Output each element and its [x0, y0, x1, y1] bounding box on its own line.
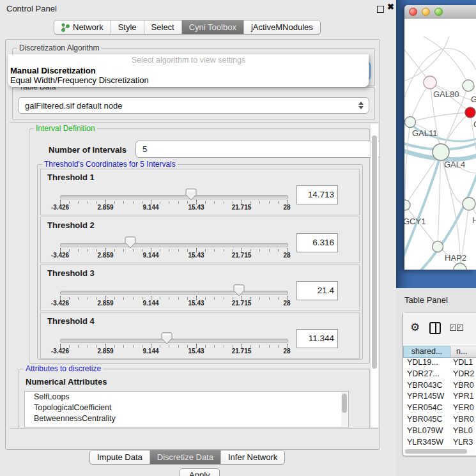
tick-label: 15.43	[188, 300, 204, 307]
column-header-shared-name[interactable]: shared...	[403, 346, 450, 358]
cell-shared-name[interactable]: YDL19...	[403, 358, 449, 369]
cell-name[interactable]: YER0	[449, 403, 476, 415]
thresholds-group: Threshold's Coordinates for 5 Intervals …	[37, 164, 363, 360]
column-header-name[interactable]: n...	[450, 346, 476, 358]
bottom-tab-impute-data[interactable]: Impute Data	[90, 450, 150, 464]
table-row[interactable]: YBR045CYBR0	[403, 415, 476, 426]
bottom-tab-infer-network[interactable]: Infer Network	[220, 450, 284, 464]
table-panel: Table Panel ⚙ ✓ ✓ shared... n... YDL19..…	[396, 288, 476, 476]
network-node-hap2[interactable]	[433, 242, 443, 252]
minimize-traffic-light-icon[interactable]	[422, 8, 430, 16]
zoom-traffic-light-icon[interactable]	[434, 8, 443, 16]
apply-button[interactable]: Apply	[180, 468, 220, 476]
tab-label: Select	[151, 22, 174, 32]
table-row[interactable]: YPR145WYPR1	[403, 392, 476, 403]
table-row[interactable]: YBR043CYBR0	[403, 381, 476, 392]
threshold-1-slider-track[interactable]	[60, 195, 288, 199]
number-of-intervals-combobox[interactable]: 5	[135, 141, 379, 158]
cell-name[interactable]: YDL1	[449, 358, 476, 369]
cell-shared-name[interactable]: YLR345W	[403, 438, 449, 449]
tick-label: -3.426	[51, 300, 69, 307]
tab-jactivemnodules[interactable]: jActiveMNodules	[243, 20, 320, 34]
tick-label: 28	[283, 252, 290, 259]
list-vertical-scrollbar[interactable]	[341, 392, 348, 426]
threshold-label: Threshold 3	[47, 268, 95, 278]
table-data-combobox-value: galFiltered.sif default node	[19, 101, 356, 111]
tab-label: Style	[118, 22, 137, 32]
column-manager-icon[interactable]	[429, 322, 441, 334]
attribute-item-topologicalcoefficient[interactable]: TopologicalCoefficient	[25, 403, 348, 413]
network-node-c[interactable]	[465, 107, 475, 118]
cell-shared-name[interactable]: YDR27...	[403, 369, 449, 381]
tick-label: 15.43	[188, 204, 204, 211]
gear-icon[interactable]: ⚙	[410, 321, 420, 334]
node-label: GAL	[471, 95, 476, 104]
network-node-gal4[interactable]	[433, 144, 449, 160]
bottom-tab-discretize-data[interactable]: Discretize Data	[150, 450, 220, 464]
table-row[interactable]: YER054CYER0	[403, 403, 476, 415]
threshold-4-slider-track[interactable]	[60, 339, 288, 343]
threshold-2-slider-track[interactable]	[60, 243, 288, 247]
number-of-intervals-label: Number of Intervals	[49, 145, 127, 155]
float-window-icon[interactable]	[377, 6, 384, 13]
cell-name[interactable]: YBR0	[449, 381, 476, 392]
network-node-gal80[interactable]	[424, 76, 436, 89]
cell-name[interactable]: YBL0	[449, 426, 476, 438]
table-header-row: shared... n...	[403, 346, 476, 358]
application: Control Panel ✖ NetworkStyleSelectCyni T…	[0, 0, 476, 476]
cell-shared-name[interactable]: YPR145W	[403, 392, 449, 403]
tab-cyni-toolbox[interactable]: Cyni Toolbox	[181, 20, 243, 34]
tab-select[interactable]: Select	[144, 20, 181, 34]
table-row[interactable]: YBL079WYBL0	[403, 426, 476, 438]
table-row[interactable]: YDR27...YDR2	[403, 369, 476, 381]
table-horizontal-scrollbar[interactable]	[404, 449, 475, 454]
interval-definition-group-title: Interval Definition	[34, 124, 97, 133]
numerical-attributes-list[interactable]: SelfLoopsTopologicalCoefficientBetweenne…	[24, 391, 349, 427]
network-window-titlebar[interactable]	[404, 5, 476, 19]
cell-shared-name[interactable]: YBL079W	[403, 426, 449, 438]
tab-style[interactable]: Style	[111, 20, 144, 34]
node-label: GAL11	[412, 128, 438, 138]
dropdown-item-manual-discretization[interactable]: Manual Discretization	[10, 66, 96, 75]
tab-label: jActiveMNodules	[251, 22, 313, 32]
tab-network[interactable]: Network	[54, 20, 111, 34]
threshold-label: Threshold 2	[47, 220, 95, 230]
table-toolbar: ⚙ ✓ ✓	[403, 312, 476, 344]
cell-shared-name[interactable]: YBR045C	[403, 415, 449, 426]
threshold-1-value-field[interactable]: 14.713	[296, 185, 338, 204]
settings-vertical-scrollbar[interactable]	[370, 124, 378, 427]
table-rows: YDL19...YDL1YDR27...YDR2YBR043CYBR0YPR14…	[403, 358, 476, 449]
threshold-3-value-field[interactable]: 21.4	[296, 281, 338, 300]
network-node-h[interactable]	[463, 197, 475, 210]
close-traffic-light-icon[interactable]	[409, 8, 417, 16]
threshold-4-slider-thumb[interactable]	[161, 332, 173, 344]
cell-name[interactable]: YBR0	[449, 415, 476, 426]
threshold-1-slider-thumb[interactable]	[185, 188, 197, 201]
attribute-item-selfloops[interactable]: SelfLoops	[25, 392, 348, 403]
dropdown-placeholder-item[interactable]: Select algorithm to view settings	[8, 56, 369, 65]
table-row[interactable]: YDL19...YDL1	[403, 358, 476, 369]
checkbox-icon[interactable]: ✓	[450, 325, 456, 331]
threshold-2-slider-thumb[interactable]	[125, 236, 136, 249]
network-node[interactable]	[454, 263, 466, 270]
cell-name[interactable]: YLR3	[449, 438, 476, 449]
table-data-combobox[interactable]: galFiltered.sif default node	[18, 97, 369, 114]
network-canvas[interactable]: GAL80GALCGAL11GAL4GCY1HHAP2	[404, 19, 476, 270]
threshold-3-slider-thumb[interactable]	[233, 284, 245, 296]
cell-shared-name[interactable]: YBR043C	[403, 381, 449, 392]
network-node-gcy1[interactable]	[404, 200, 410, 210]
threshold-2-value-field[interactable]: 6.316	[296, 233, 338, 252]
network-node-gal11[interactable]	[405, 117, 416, 128]
network-node-gal[interactable]	[463, 80, 474, 91]
cell-shared-name[interactable]: YER054C	[403, 403, 449, 415]
checkbox-icon[interactable]: ✓	[457, 325, 463, 331]
table-row[interactable]: YLR345WYLR3	[403, 438, 476, 449]
threshold-3-slider-track[interactable]	[60, 291, 288, 295]
dropdown-item-equal-width-frequency[interactable]: Equal Width/Frequency Discretization	[10, 75, 149, 85]
cell-name[interactable]: YDR2	[449, 369, 476, 381]
threshold-4-value-field[interactable]: 11.344	[296, 329, 338, 348]
node-label: C	[473, 119, 476, 129]
attribute-item-betweennesscentrality[interactable]: BetweennessCentrality	[25, 413, 348, 424]
cell-name[interactable]: YPR1	[449, 392, 476, 403]
close-icon[interactable]: ✖	[387, 2, 394, 12]
